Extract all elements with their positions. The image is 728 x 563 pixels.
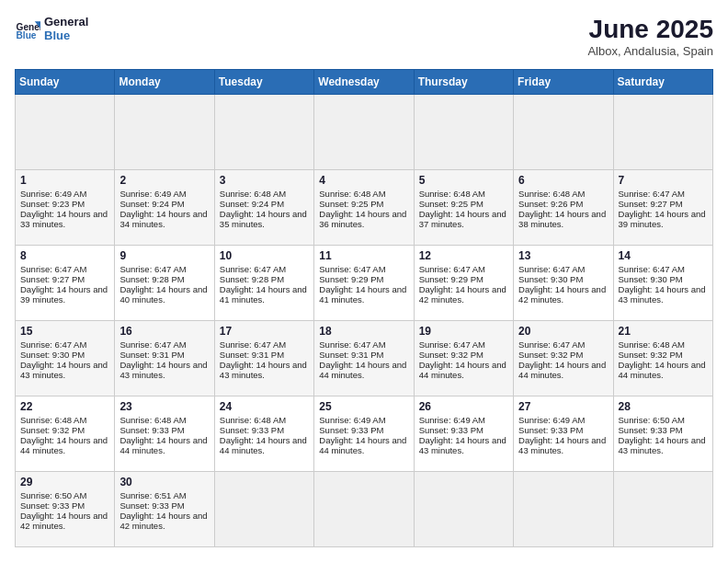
calendar-cell: 10Sunrise: 6:47 AMSunset: 9:28 PMDayligh…	[214, 246, 313, 321]
day-info: Sunset: 9:27 PM	[20, 274, 109, 284]
calendar-cell: 22Sunrise: 6:48 AMSunset: 9:32 PMDayligh…	[16, 396, 115, 472]
day-info: Daylight: 14 hours and 44 minutes.	[518, 360, 608, 380]
logo-line1: General	[44, 15, 88, 29]
day-info: Sunrise: 6:48 AM	[119, 415, 209, 425]
day-info: Sunset: 9:28 PM	[220, 274, 309, 284]
day-info: Sunset: 9:25 PM	[319, 199, 408, 209]
calendar-cell: 11Sunrise: 6:47 AMSunset: 9:29 PMDayligh…	[314, 246, 414, 321]
day-info: Sunset: 9:32 PM	[20, 425, 109, 435]
day-number: 8	[20, 249, 109, 262]
day-info: Sunset: 9:33 PM	[319, 425, 408, 435]
day-info: Sunset: 9:30 PM	[20, 350, 109, 360]
calendar-cell: 21Sunrise: 6:48 AMSunset: 9:32 PMDayligh…	[613, 321, 712, 396]
day-header-saturday: Saturday	[613, 70, 712, 95]
day-info: Sunrise: 6:48 AM	[619, 339, 708, 350]
day-info: Sunset: 9:32 PM	[518, 350, 608, 360]
day-info: Sunset: 9:29 PM	[319, 274, 408, 284]
day-info: Daylight: 14 hours and 44 minutes.	[419, 360, 508, 380]
day-info: Daylight: 14 hours and 34 minutes.	[119, 209, 209, 229]
day-info: Sunrise: 6:47 AM	[319, 339, 408, 350]
day-number: 19	[419, 325, 508, 338]
day-number: 4	[319, 174, 408, 187]
day-info: Sunrise: 6:48 AM	[220, 415, 309, 425]
day-number: 1	[20, 174, 109, 187]
month-year: June 2025	[587, 15, 713, 44]
day-number: 13	[518, 249, 608, 262]
day-header-tuesday: Tuesday	[214, 70, 313, 95]
calendar-cell	[414, 95, 513, 170]
day-info: Sunrise: 6:47 AM	[619, 189, 708, 199]
calendar-header-row: SundayMondayTuesdayWednesdayThursdayFrid…	[16, 70, 713, 95]
calendar-cell: 25Sunrise: 6:49 AMSunset: 9:33 PMDayligh…	[314, 396, 414, 472]
calendar-cell: 4Sunrise: 6:48 AMSunset: 9:25 PMDaylight…	[314, 170, 414, 246]
week-row-3: 8Sunrise: 6:47 AMSunset: 9:27 PMDaylight…	[16, 246, 713, 321]
calendar-cell: 20Sunrise: 6:47 AMSunset: 9:32 PMDayligh…	[514, 321, 613, 396]
calendar-cell: 28Sunrise: 6:50 AMSunset: 9:33 PMDayligh…	[613, 396, 712, 472]
calendar-cell	[115, 95, 214, 170]
day-info: Daylight: 14 hours and 43 minutes.	[619, 435, 708, 455]
day-info: Sunrise: 6:49 AM	[419, 415, 508, 425]
logo-icon: General Blue	[15, 16, 40, 41]
day-info: Daylight: 14 hours and 44 minutes.	[119, 435, 209, 455]
page-header: General Blue General Blue June 2025 Albo…	[15, 15, 713, 58]
day-info: Daylight: 14 hours and 42 minutes.	[518, 284, 608, 304]
week-row-1	[16, 95, 713, 170]
day-number: 18	[319, 325, 408, 338]
day-info: Daylight: 14 hours and 43 minutes.	[220, 360, 309, 380]
day-number: 21	[619, 325, 708, 338]
week-row-4: 15Sunrise: 6:47 AMSunset: 9:30 PMDayligh…	[16, 321, 713, 396]
day-info: Sunrise: 6:48 AM	[20, 415, 109, 425]
day-info: Sunrise: 6:47 AM	[619, 264, 708, 274]
calendar-table: SundayMondayTuesdayWednesdayThursdayFrid…	[15, 69, 713, 547]
day-info: Daylight: 14 hours and 44 minutes.	[20, 435, 109, 455]
calendar-cell: 14Sunrise: 6:47 AMSunset: 9:30 PMDayligh…	[613, 246, 712, 321]
day-info: Daylight: 14 hours and 41 minutes.	[319, 284, 408, 304]
day-info: Daylight: 14 hours and 42 minutes.	[20, 511, 109, 531]
calendar-cell: 19Sunrise: 6:47 AMSunset: 9:32 PMDayligh…	[414, 321, 513, 396]
day-info: Sunrise: 6:48 AM	[220, 189, 309, 199]
day-info: Sunset: 9:33 PM	[119, 425, 209, 435]
day-info: Sunset: 9:32 PM	[619, 350, 708, 360]
day-info: Daylight: 14 hours and 36 minutes.	[319, 209, 408, 229]
calendar-cell: 1Sunrise: 6:49 AMSunset: 9:23 PMDaylight…	[16, 170, 115, 246]
calendar-cell: 9Sunrise: 6:47 AMSunset: 9:28 PMDaylight…	[115, 246, 214, 321]
calendar-cell	[613, 95, 712, 170]
day-number: 5	[419, 174, 508, 187]
day-info: Sunrise: 6:47 AM	[20, 339, 109, 350]
day-info: Sunset: 9:33 PM	[619, 425, 708, 435]
day-info: Sunrise: 6:48 AM	[319, 189, 408, 199]
day-info: Sunrise: 6:49 AM	[20, 189, 109, 199]
day-header-monday: Monday	[115, 70, 214, 95]
day-number: 23	[119, 400, 209, 413]
day-info: Daylight: 14 hours and 42 minutes.	[119, 511, 209, 531]
day-number: 7	[619, 174, 708, 187]
day-info: Daylight: 14 hours and 43 minutes.	[20, 360, 109, 380]
calendar-body: 1Sunrise: 6:49 AMSunset: 9:23 PMDaylight…	[16, 95, 713, 547]
day-info: Sunset: 9:31 PM	[319, 350, 408, 360]
calendar-cell: 15Sunrise: 6:47 AMSunset: 9:30 PMDayligh…	[16, 321, 115, 396]
day-info: Daylight: 14 hours and 43 minutes.	[119, 360, 209, 380]
day-info: Sunrise: 6:47 AM	[20, 264, 109, 274]
day-info: Sunset: 9:25 PM	[419, 199, 508, 209]
day-info: Daylight: 14 hours and 35 minutes.	[220, 209, 309, 229]
day-number: 30	[119, 476, 209, 488]
day-info: Sunset: 9:26 PM	[518, 199, 608, 209]
day-header-thursday: Thursday	[414, 70, 513, 95]
calendar-cell	[16, 95, 115, 170]
day-header-wednesday: Wednesday	[314, 70, 414, 95]
calendar-cell: 23Sunrise: 6:48 AMSunset: 9:33 PMDayligh…	[115, 396, 214, 472]
calendar-cell: 24Sunrise: 6:48 AMSunset: 9:33 PMDayligh…	[214, 396, 313, 472]
day-info: Sunset: 9:31 PM	[119, 350, 209, 360]
day-info: Sunset: 9:33 PM	[20, 500, 109, 511]
calendar-cell: 7Sunrise: 6:47 AMSunset: 9:27 PMDaylight…	[613, 170, 712, 246]
calendar-cell: 3Sunrise: 6:48 AMSunset: 9:24 PMDaylight…	[214, 170, 313, 246]
calendar-cell	[414, 472, 513, 547]
day-number: 17	[220, 325, 309, 338]
day-number: 6	[518, 174, 608, 187]
day-info: Sunset: 9:27 PM	[619, 199, 708, 209]
day-info: Daylight: 14 hours and 42 minutes.	[419, 284, 508, 304]
calendar-cell	[314, 472, 414, 547]
calendar-cell	[214, 472, 313, 547]
day-info: Sunrise: 6:47 AM	[220, 339, 309, 350]
day-info: Sunset: 9:24 PM	[119, 199, 209, 209]
